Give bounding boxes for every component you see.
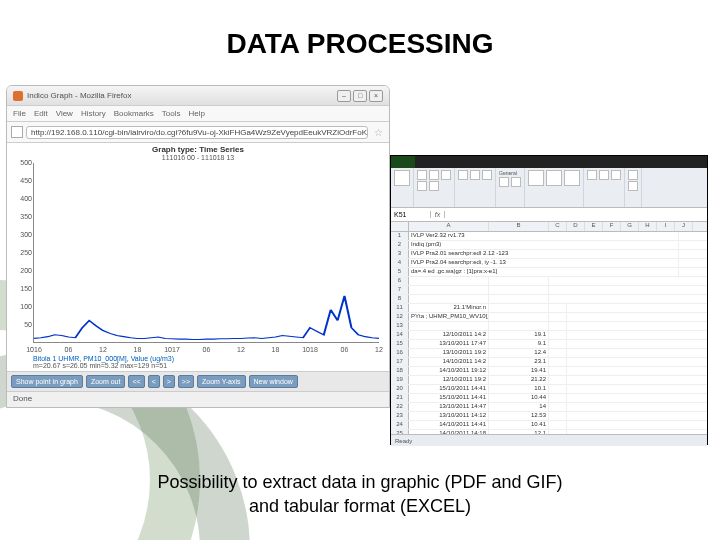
cell[interactable]: 23.1 [489, 358, 549, 366]
table-row[interactable]: 1912/10/2011 19:221.22 [391, 376, 707, 385]
next-button[interactable]: > [163, 375, 175, 388]
name-box[interactable]: K51 [391, 211, 431, 218]
font-color-icon[interactable] [429, 181, 439, 191]
row-header[interactable]: 14 [391, 331, 409, 339]
cell[interactable] [549, 322, 567, 330]
row-header[interactable]: 22 [391, 403, 409, 411]
col-header[interactable]: H [639, 222, 657, 231]
row-header[interactable]: 7 [391, 286, 409, 294]
table-row[interactable]: 2414/10/2011 14:4110.41 [391, 421, 707, 430]
row-header[interactable]: 1 [391, 232, 409, 240]
cell[interactable]: 14/10/2011 14:18 [409, 430, 489, 434]
table-row[interactable]: 3IVLP Pra2.01 searchpr:edl 2.12 -123 [391, 250, 707, 259]
row-header[interactable]: 19 [391, 376, 409, 384]
table-row[interactable]: 6 [391, 277, 707, 286]
fill-color-icon[interactable] [417, 181, 427, 191]
office-button[interactable] [391, 156, 415, 168]
menu-tools[interactable]: Tools [162, 109, 181, 118]
cell[interactable] [489, 277, 549, 285]
ribbon-styles[interactable] [525, 168, 584, 207]
cell[interactable] [549, 376, 567, 384]
cell[interactable]: 13/10/2011 14:12 [409, 412, 489, 420]
cell[interactable] [489, 295, 549, 303]
table-row[interactable]: 1814/10/2011 19:1219.41 [391, 367, 707, 376]
cell[interactable] [549, 358, 567, 366]
cell[interactable]: 21.22 [489, 376, 549, 384]
cell[interactable]: 13/10/2011 17:47 [409, 340, 489, 348]
cell[interactable] [409, 286, 489, 294]
cell[interactable]: 14/10/2011 14:41 [409, 421, 489, 429]
ribbon-font[interactable] [414, 168, 455, 207]
table-row[interactable]: 13 [391, 322, 707, 331]
menu-bookmarks[interactable]: Bookmarks [114, 109, 154, 118]
cell[interactable] [549, 385, 567, 393]
format-table-icon[interactable] [546, 170, 562, 186]
table-row[interactable]: 2Indiq (pm3) [391, 241, 707, 250]
row-header[interactable]: 4 [391, 259, 409, 267]
excel-titlebar[interactable] [391, 156, 707, 168]
cell[interactable]: 19.41 [489, 367, 549, 375]
ribbon-number[interactable]: General [496, 168, 525, 207]
cell[interactable] [549, 340, 567, 348]
table-row[interactable]: 2015/10/2011 14:4110.1 [391, 385, 707, 394]
cell[interactable]: 12.4 [489, 349, 549, 357]
cell[interactable]: 15/10/2011 14:41 [409, 394, 489, 402]
table-row[interactable]: 1714/10/2011 14:223.1 [391, 358, 707, 367]
row-header[interactable]: 13 [391, 322, 409, 330]
row-header[interactable]: 3 [391, 250, 409, 258]
format-icon[interactable] [611, 170, 621, 180]
table-row[interactable]: 12PYta ; UHMR_PM10_WV10[_Va:ue](g/m3) [391, 313, 707, 322]
new-window-button[interactable]: New window [249, 375, 298, 388]
italic-icon[interactable] [429, 170, 439, 180]
autosum-icon[interactable] [628, 170, 638, 180]
cell[interactable] [489, 322, 549, 330]
cell[interactable]: 14/10/2011 19:12 [409, 367, 489, 375]
cell[interactable]: 13/10/2011 14:47 [409, 403, 489, 411]
table-row[interactable]: 2115/10/2011 14:4110.44 [391, 394, 707, 403]
currency-icon[interactable] [499, 177, 509, 187]
menu-file[interactable]: File [13, 109, 26, 118]
first-button[interactable]: << [128, 375, 144, 388]
row-header[interactable]: 16 [391, 349, 409, 357]
cell[interactable]: 14/10/2011 14:2 [409, 358, 489, 366]
cell[interactable] [549, 367, 567, 375]
percent-icon[interactable] [511, 177, 521, 187]
cell[interactable]: 10.1 [489, 385, 549, 393]
table-row[interactable]: 5da=.4 ed .gc.wa)gz : [1]pra:x-e1] [391, 268, 707, 277]
conditional-format-icon[interactable] [528, 170, 544, 186]
cell[interactable] [489, 304, 549, 312]
cell[interactable]: 19.1 [489, 331, 549, 339]
prev-button[interactable]: < [148, 375, 160, 388]
zoom-out-button[interactable]: Zoom out [86, 375, 126, 388]
favorite-icon[interactable]: ☆ [371, 125, 385, 139]
col-header[interactable]: G [621, 222, 639, 231]
cell[interactable] [549, 403, 567, 411]
cell[interactable] [549, 304, 567, 312]
table-row[interactable]: 4IVLP Pra2.04 searchpr:edi, iy -1. 13 [391, 259, 707, 268]
menu-help[interactable]: Help [188, 109, 204, 118]
menu-view[interactable]: View [56, 109, 73, 118]
row-header[interactable]: 24 [391, 421, 409, 429]
table-row[interactable]: 1IVLP Ver2.32 rv1.73 [391, 232, 707, 241]
row-header[interactable]: 23 [391, 412, 409, 420]
cell[interactable] [549, 412, 567, 420]
table-row[interactable]: 8 [391, 295, 707, 304]
insert-icon[interactable] [587, 170, 597, 180]
table-row[interactable]: 1513/10/2011 17:479.1 [391, 340, 707, 349]
cell[interactable] [489, 286, 549, 294]
cell[interactable]: da=.4 ed .gc.wa)gz : [1]pra:x-e1] [409, 268, 679, 276]
row-header[interactable]: 11 [391, 304, 409, 312]
cell[interactable]: 15/10/2011 14:41 [409, 385, 489, 393]
col-header[interactable]: E [585, 222, 603, 231]
row-header[interactable]: 8 [391, 295, 409, 303]
cell[interactable]: 9.1 [489, 340, 549, 348]
cell-styles-icon[interactable] [564, 170, 580, 186]
row-header[interactable]: 17 [391, 358, 409, 366]
url-input[interactable]: http://192.168.0.110/cgi-bin/iairviro/do… [26, 126, 368, 139]
delete-icon[interactable] [599, 170, 609, 180]
table-row[interactable]: 1412/10/2011 14:219.1 [391, 331, 707, 340]
row-header[interactable]: 20 [391, 385, 409, 393]
table-row[interactable]: 7 [391, 286, 707, 295]
table-row[interactable]: 2514/10/2011 14:1812.1 [391, 430, 707, 434]
sort-filter-icon[interactable] [628, 181, 638, 191]
